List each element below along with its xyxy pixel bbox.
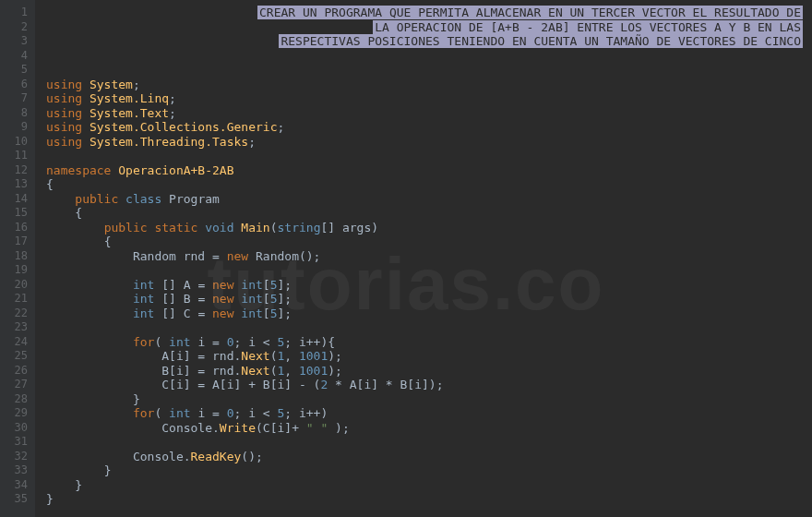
code-line[interactable]: using System.Text; <box>46 106 812 121</box>
code-line[interactable]: using System; <box>46 78 812 92</box>
line-number: 12 <box>0 163 28 178</box>
line-number: 2 <box>0 20 28 35</box>
line-number: 1 <box>0 6 28 20</box>
code-line[interactable] <box>46 263 812 278</box>
line-number-gutter: 1 2 3 4 5 6 7 8 9 10 11 12 13 14 15 16 1… <box>0 0 35 517</box>
code-line[interactable]: LA OPERACION DE [A+B - 2AB] ENTRE LOS VE… <box>46 20 812 35</box>
code-line[interactable] <box>46 49 812 64</box>
code-area[interactable]: CREAR UN PROGRAMA QUE PERMITA ALMACENAR … <box>35 0 812 517</box>
code-line[interactable]: for( int i = 0; i < 5; i++){ <box>46 335 812 350</box>
line-number: 4 <box>0 49 28 64</box>
code-line[interactable]: B[i] = rnd.Next(1, 1001); <box>46 364 812 379</box>
line-number: 20 <box>0 278 28 293</box>
line-number: 23 <box>0 320 28 335</box>
selected-comment: LA OPERACION DE [A+B - 2AB] ENTRE LOS VE… <box>373 20 803 34</box>
code-line[interactable]: { <box>46 177 812 192</box>
code-line[interactable]: { <box>46 206 812 221</box>
line-number: 10 <box>0 135 28 150</box>
line-number: 14 <box>0 192 28 207</box>
code-line[interactable]: } <box>46 478 812 493</box>
line-number: 11 <box>0 149 28 163</box>
code-line[interactable]: { <box>46 234 812 249</box>
line-number: 19 <box>0 263 28 278</box>
code-line[interactable] <box>46 435 812 450</box>
line-number: 3 <box>0 34 28 49</box>
line-number: 22 <box>0 307 28 321</box>
selected-comment: RESPECTIVAS POSICIONES TENIENDO EN CUENT… <box>279 34 803 48</box>
code-line[interactable] <box>46 149 812 163</box>
line-number: 7 <box>0 91 28 106</box>
code-line[interactable]: } <box>46 392 812 407</box>
code-line[interactable]: CREAR UN PROGRAMA QUE PERMITA ALMACENAR … <box>46 6 812 20</box>
code-line[interactable]: RESPECTIVAS POSICIONES TENIENDO EN CUENT… <box>46 34 812 49</box>
selected-comment: CREAR UN PROGRAMA QUE PERMITA ALMACENAR … <box>257 6 803 19</box>
code-line[interactable]: using System.Threading.Tasks; <box>46 135 812 150</box>
code-line[interactable]: C[i] = A[i] + B[i] - (2 * A[i] * B[i]); <box>46 378 812 392</box>
line-number: 16 <box>0 221 28 235</box>
line-number: 30 <box>0 421 28 436</box>
line-number: 5 <box>0 63 28 78</box>
line-number: 13 <box>0 177 28 192</box>
code-line[interactable]: namespace OperacionA+B-2AB <box>46 163 812 178</box>
code-line[interactable]: using System.Linq; <box>46 91 812 106</box>
code-line[interactable]: } <box>46 492 812 507</box>
line-number: 32 <box>0 450 28 464</box>
line-number: 18 <box>0 249 28 264</box>
code-line[interactable]: using System.Collections.Generic; <box>46 120 812 135</box>
line-number: 9 <box>0 120 28 135</box>
line-number: 28 <box>0 392 28 407</box>
code-editor[interactable]: 1 2 3 4 5 6 7 8 9 10 11 12 13 14 15 16 1… <box>0 0 812 517</box>
line-number: 35 <box>0 492 28 507</box>
code-line[interactable]: Console.ReadKey(); <box>46 450 812 464</box>
line-number: 25 <box>0 349 28 364</box>
code-line[interactable] <box>46 320 812 335</box>
line-number: 33 <box>0 463 28 478</box>
line-number: 27 <box>0 378 28 392</box>
line-number: 24 <box>0 335 28 350</box>
code-line[interactable]: int [] C = new int[5]; <box>46 307 812 321</box>
code-line[interactable]: } <box>46 463 812 478</box>
code-line[interactable]: for( int i = 0; i < 5; i++) <box>46 406 812 421</box>
line-number: 26 <box>0 364 28 379</box>
line-number: 31 <box>0 435 28 450</box>
line-number: 29 <box>0 406 28 421</box>
code-line[interactable]: Random rnd = new Random(); <box>46 249 812 264</box>
code-line[interactable]: int [] B = new int[5]; <box>46 292 812 307</box>
line-number: 8 <box>0 106 28 121</box>
code-line[interactable]: Console.Write(C[i]+ " " ); <box>46 421 812 436</box>
code-line[interactable]: A[i] = rnd.Next(1, 1001); <box>46 349 812 364</box>
code-line[interactable] <box>46 63 812 78</box>
line-number: 15 <box>0 206 28 221</box>
line-number: 21 <box>0 292 28 307</box>
code-line[interactable]: public class Program <box>46 192 812 207</box>
line-number: 6 <box>0 78 28 92</box>
code-line[interactable]: public static void Main(string[] args) <box>46 221 812 235</box>
code-line[interactable]: int [] A = new int[5]; <box>46 278 812 293</box>
line-number: 17 <box>0 234 28 249</box>
line-number: 34 <box>0 478 28 493</box>
